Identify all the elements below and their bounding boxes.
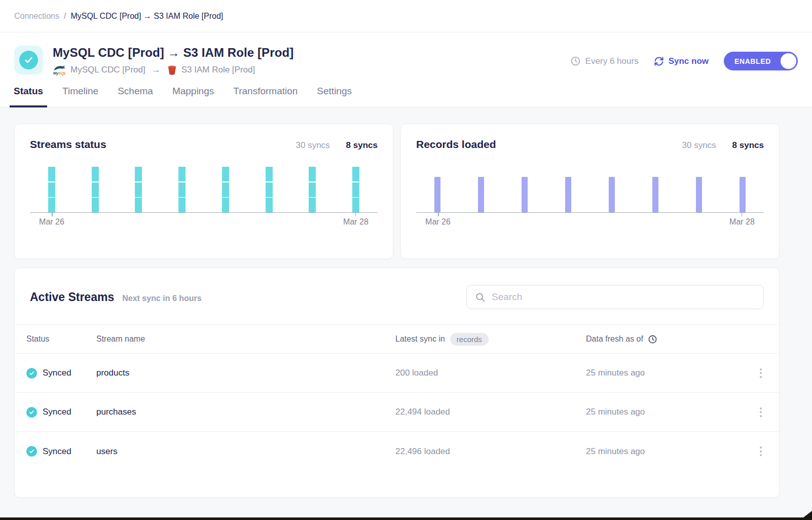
sync-bar[interactable]: [565, 177, 571, 212]
breadcrumb-current: MySQL CDC [Prod] → S3 IAM Role [Prod]: [70, 12, 223, 21]
syncs-window-label[interactable]: 8 syncs: [732, 140, 764, 151]
sync-bar[interactable]: [352, 167, 359, 212]
col-status: Status: [26, 335, 96, 344]
arrow-icon: →: [152, 65, 161, 75]
row-menu-button[interactable]: [756, 404, 766, 420]
synced-check-icon: [26, 407, 37, 418]
tab-mappings[interactable]: Mappings: [168, 78, 218, 107]
stream-name: users: [96, 447, 395, 457]
clock-icon: [570, 56, 581, 66]
records-badge[interactable]: records: [450, 333, 489, 346]
clock-icon: [648, 335, 657, 344]
connection-header: MySQL CDC [Prod] → S3 IAM Role [Prod] My…: [0, 32, 812, 78]
chart-title: Streams status: [30, 138, 106, 151]
x-tick-first: Mar 26: [425, 217, 451, 227]
stream-name: purchases: [96, 407, 395, 417]
refresh-icon: [654, 56, 664, 66]
bottom-corner-wedge: [803, 511, 812, 517]
tab-settings[interactable]: Settings: [313, 78, 356, 107]
sync-bar[interactable]: [309, 167, 316, 212]
col-data-fresh: Data fresh as of: [586, 335, 643, 344]
bars-row: [416, 166, 764, 212]
x-tick-first: Mar 26: [39, 217, 64, 227]
tab-timeline[interactable]: Timeline: [58, 78, 102, 107]
status-badge: Synced: [43, 447, 71, 457]
sync-bar[interactable]: [478, 177, 484, 212]
synced-check-icon: [26, 368, 37, 379]
sync-schedule: Every 6 hours: [570, 56, 639, 66]
active-streams-title: Active Streams: [30, 290, 114, 304]
stream-name: products: [96, 368, 395, 378]
sync-bar[interactable]: [266, 167, 273, 212]
synced-check-icon: [26, 446, 37, 457]
sync-bar[interactable]: [92, 167, 99, 212]
chart-title: Records loaded: [416, 138, 496, 151]
syncs-total-label[interactable]: 30 syncs: [296, 140, 330, 151]
sync-bar[interactable]: [609, 177, 615, 212]
data-fresh: 25 minutes ago: [586, 407, 744, 417]
records-loaded: 22,496 loaded: [395, 447, 586, 457]
tab-status[interactable]: Status: [10, 78, 47, 107]
row-menu-button[interactable]: [756, 443, 766, 459]
svg-text:MySQL: MySQL: [53, 71, 66, 76]
bar-chart: Mar 26 Mar 28: [30, 166, 378, 226]
tab-bar: Status Timeline Schema Mappings Transfor…: [0, 78, 812, 107]
data-fresh: 25 minutes ago: [586, 447, 744, 457]
sync-bar[interactable]: [222, 167, 229, 212]
sync-now-button[interactable]: Sync now: [654, 56, 709, 66]
enabled-toggle[interactable]: ENABLED: [724, 52, 798, 70]
records-loaded: 200 loaded: [395, 368, 586, 378]
source-name: MySQL CDC [Prod]: [70, 65, 145, 75]
tab-schema[interactable]: Schema: [114, 78, 157, 107]
table-row-products: Synced products 200 loaded 25 minutes ag…: [15, 354, 779, 393]
col-latest-sync: Latest sync in: [395, 335, 445, 344]
mysql-logo-icon: MySQL: [53, 64, 66, 76]
data-fresh: 25 minutes ago: [586, 368, 744, 378]
breadcrumb-separator: /: [64, 12, 66, 21]
sync-bar[interactable]: [178, 167, 186, 212]
check-circle-icon: [19, 51, 38, 69]
stream-search[interactable]: [466, 285, 764, 309]
sync-now-label: Sync now: [669, 56, 709, 66]
table-header: Status Stream name Latest sync in record…: [15, 324, 779, 354]
sync-bar[interactable]: [48, 167, 55, 212]
status-badge: Synced: [43, 368, 71, 378]
breadcrumb-connections-link[interactable]: Connections: [14, 12, 59, 21]
page-title: MySQL CDC [Prod] → S3 IAM Role [Prod]: [53, 46, 570, 60]
tab-transformation[interactable]: Transformation: [229, 78, 302, 107]
records-loaded: 22,494 loaded: [395, 407, 586, 417]
schedule-label: Every 6 hours: [585, 56, 639, 66]
search-icon: [475, 292, 486, 303]
status-badge: Synced: [43, 407, 71, 417]
s3-bucket-icon: [167, 65, 177, 76]
sync-bar[interactable]: [434, 177, 440, 212]
records-loaded-card: Records loaded 30 syncs 8 syncs Mar 26 M…: [400, 124, 780, 259]
bottom-dark-strip: [0, 517, 812, 520]
bar-chart: Mar 26 Mar 28: [416, 166, 764, 226]
search-input[interactable]: [492, 291, 755, 303]
destination-name: S3 IAM Role [Prod]: [181, 65, 255, 75]
sync-bar[interactable]: [740, 177, 746, 212]
active-streams-card: Active Streams Next sync in 6 hours Stat…: [14, 268, 780, 498]
connection-status-icon: [14, 46, 43, 75]
next-sync-label: Next sync in 6 hours: [122, 294, 202, 303]
streams-status-card: Streams status 30 syncs 8 syncs Mar 26 M…: [14, 124, 393, 259]
enabled-toggle-label: ENABLED: [734, 57, 771, 65]
sync-bar[interactable]: [696, 177, 702, 212]
table-row-purchases: Synced purchases 22,494 loaded 25 minute…: [15, 393, 779, 432]
sync-bar[interactable]: [135, 167, 142, 212]
breadcrumb: Connections / MySQL CDC [Prod] → S3 IAM …: [0, 0, 812, 32]
bars-row: [30, 166, 378, 212]
x-tick-last: Mar 28: [729, 217, 755, 227]
toggle-knob: [781, 53, 796, 69]
sync-bar[interactable]: [522, 177, 528, 212]
col-stream-name: Stream name: [96, 335, 395, 344]
syncs-window-label[interactable]: 8 syncs: [346, 140, 378, 151]
table-row-users: Synced users 22,496 loaded 25 minutes ag…: [15, 432, 779, 471]
syncs-total-label[interactable]: 30 syncs: [682, 140, 716, 151]
sync-bar[interactable]: [652, 177, 658, 212]
row-menu-button[interactable]: [756, 365, 766, 381]
x-tick-last: Mar 28: [343, 217, 368, 227]
